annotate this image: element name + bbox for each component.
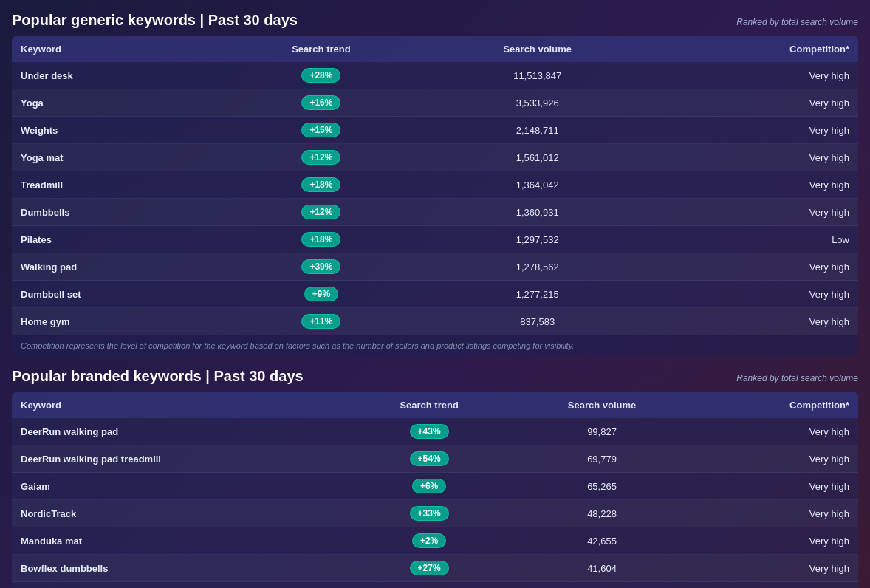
- volume-cell: 2,148,711: [423, 117, 652, 144]
- volume-cell: 1,278,562: [423, 253, 652, 281]
- volume-cell: 69,779: [510, 445, 693, 473]
- trend-cell: +18%: [219, 171, 422, 199]
- keyword-cell: Dumbbell set: [12, 281, 219, 308]
- volume-cell: 11,513,847: [423, 62, 652, 89]
- trend-badge: +16%: [301, 95, 340, 110]
- competition-cell: Very high: [693, 445, 858, 473]
- trend-cell: +12%: [219, 199, 422, 226]
- trend-badge: +27%: [410, 561, 449, 575]
- competition-cell: Very high: [693, 527, 858, 555]
- table-row: Dumbbell set +9% 1,277,215 Very high: [12, 281, 858, 308]
- trend-cell: +27%: [348, 555, 510, 582]
- table-row: Walking pad +39% 1,278,562 Very high: [12, 253, 858, 281]
- generic-section-title: Popular generic keywords | Past 30 days: [12, 12, 298, 29]
- volume-cell: 837,583: [423, 308, 652, 335]
- trend-cell: +54%: [348, 445, 510, 473]
- competition-cell: Very high: [693, 473, 858, 500]
- competition-cell: Very high: [693, 418, 858, 445]
- competition-cell: Very high: [652, 199, 858, 226]
- trend-badge: +15%: [301, 123, 340, 137]
- trend-badge: +43%: [410, 424, 449, 439]
- table-row: Home gym +11% 837,583 Very high: [12, 308, 858, 335]
- volume-cell: 48,228: [510, 500, 693, 527]
- keyword-cell: Yoga mat: [12, 144, 219, 171]
- keyword-cell: Weights: [12, 117, 219, 144]
- keyword-cell: Under desk: [12, 62, 219, 89]
- table-row: DeerRun walking pad +43% 99,827 Very hig…: [12, 418, 858, 445]
- generic-col-volume: Search volume: [423, 36, 652, 62]
- volume-cell: 65,265: [510, 473, 693, 500]
- volume-cell: 40,426: [510, 582, 693, 589]
- keyword-cell: Manduka: [12, 582, 348, 589]
- trend-cell: +2%: [348, 527, 510, 555]
- trend-cell: +12%: [219, 144, 422, 171]
- branded-section: Popular branded keywords | Past 30 days …: [12, 368, 858, 588]
- generic-col-trend: Search trend: [219, 36, 422, 62]
- keyword-cell: DeerRun walking pad: [12, 418, 348, 445]
- trend-badge: +33%: [410, 506, 449, 521]
- table-row: Dumbbells +12% 1,360,931 Very high: [12, 199, 858, 226]
- trend-cell: +39%: [219, 253, 422, 281]
- branded-col-trend: Search trend: [348, 392, 510, 418]
- competition-cell: Very high: [652, 171, 858, 199]
- generic-keywords-table: Keyword Search trend Search volume Compe…: [12, 36, 858, 335]
- table-row: Manduka +22% 40,426 Very high: [12, 582, 858, 589]
- generic-col-competition: Competition*: [652, 36, 858, 62]
- table-row: DeerRun walking pad treadmill +54% 69,77…: [12, 445, 858, 473]
- table-row: Pilates +18% 1,297,532 Low: [12, 226, 858, 253]
- competition-cell: Very high: [693, 555, 858, 582]
- volume-cell: 99,827: [510, 418, 693, 445]
- competition-cell: Very high: [693, 500, 858, 527]
- branded-section-subtitle: Ranked by total search volume: [736, 373, 858, 383]
- keyword-cell: Treadmill: [12, 171, 219, 199]
- competition-cell: Very high: [652, 62, 858, 89]
- competition-cell: Very high: [652, 117, 858, 144]
- trend-cell: +16%: [219, 89, 422, 117]
- trend-cell: +22%: [348, 582, 510, 589]
- generic-section-subtitle: Ranked by total search volume: [736, 17, 858, 27]
- generic-footnote: Competition represents the level of comp…: [12, 335, 858, 356]
- keyword-cell: Home gym: [12, 308, 219, 335]
- generic-table-container: Keyword Search trend Search volume Compe…: [12, 36, 858, 356]
- table-row: Bowflex dumbbells +27% 41,604 Very high: [12, 555, 858, 582]
- volume-cell: 1,360,931: [423, 199, 652, 226]
- table-row: NordicTrack +33% 48,228 Very high: [12, 500, 858, 527]
- keyword-cell: Manduka mat: [12, 527, 348, 555]
- trend-badge: +54%: [410, 451, 449, 466]
- branded-col-competition: Competition*: [693, 392, 858, 418]
- trend-cell: +11%: [219, 308, 422, 335]
- competition-cell: Very high: [652, 308, 858, 335]
- trend-cell: +15%: [219, 117, 422, 144]
- table-row: Yoga +16% 3,533,926 Very high: [12, 89, 858, 117]
- branded-table-container: Keyword Search trend Search volume Compe…: [12, 392, 858, 588]
- table-row: Gaiam +6% 65,265 Very high: [12, 473, 858, 500]
- keyword-cell: DeerRun walking pad treadmill: [12, 445, 348, 473]
- volume-cell: 42,655: [510, 527, 693, 555]
- table-row: Treadmill +18% 1,364,042 Very high: [12, 171, 858, 199]
- competition-cell: Low: [652, 226, 858, 253]
- keyword-cell: Gaiam: [12, 473, 348, 500]
- trend-cell: +43%: [348, 418, 510, 445]
- branded-col-keyword: Keyword: [12, 392, 348, 418]
- table-row: Manduka mat +2% 42,655 Very high: [12, 527, 858, 555]
- trend-cell: +28%: [219, 62, 422, 89]
- volume-cell: 41,604: [510, 555, 693, 582]
- keyword-cell: Yoga: [12, 89, 219, 117]
- table-row: Under desk +28% 11,513,847 Very high: [12, 62, 858, 89]
- branded-keywords-table: Keyword Search trend Search volume Compe…: [12, 392, 858, 588]
- trend-badge: +9%: [304, 287, 338, 301]
- competition-cell: Very high: [652, 281, 858, 308]
- volume-cell: 3,533,926: [423, 89, 652, 117]
- trend-cell: +18%: [219, 226, 422, 253]
- competition-cell: Very high: [652, 89, 858, 117]
- keyword-cell: Bowflex dumbbells: [12, 555, 348, 582]
- trend-badge: +6%: [412, 479, 446, 493]
- trend-cell: +9%: [219, 281, 422, 308]
- trend-badge: +39%: [301, 259, 340, 274]
- trend-badge: +2%: [412, 533, 446, 548]
- table-row: Weights +15% 2,148,711 Very high: [12, 117, 858, 144]
- competition-cell: Very high: [652, 253, 858, 281]
- volume-cell: 1,561,012: [423, 144, 652, 171]
- trend-badge: +18%: [301, 177, 340, 192]
- generic-section: Popular generic keywords | Past 30 days …: [12, 12, 858, 356]
